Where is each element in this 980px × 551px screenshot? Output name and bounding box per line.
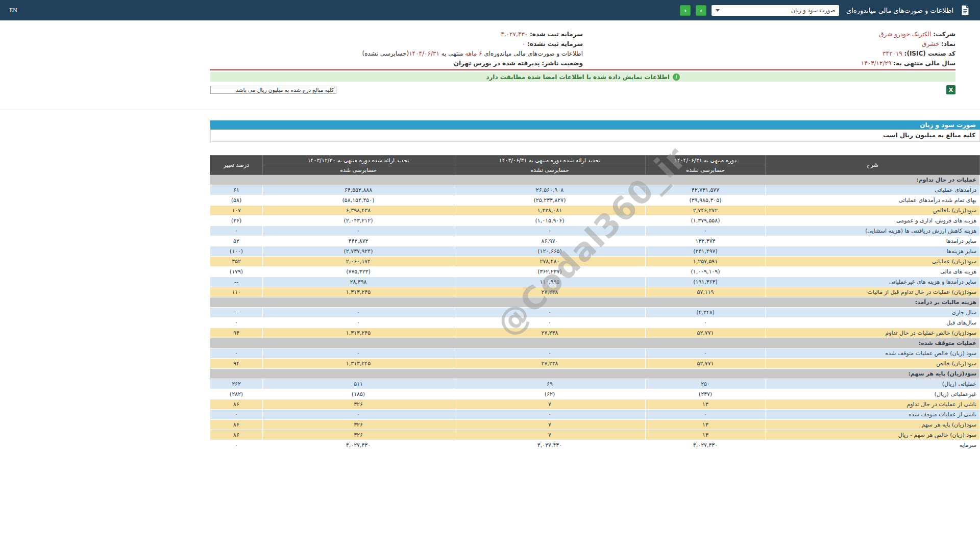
row-label: سود(زیان) عملیات در حال تداوم قبل از مال…: [766, 287, 980, 297]
row-value-prior: ۲۷۸,۴۸۰: [454, 257, 646, 267]
row-value-current: ۵۲,۷۷۱: [646, 328, 766, 338]
row-change-percent: ۳۵۲: [210, 257, 263, 267]
codal-logo-icon: [959, 4, 971, 16]
row-value-current: ۱۳: [646, 399, 766, 410]
row-change-percent: ۱۰۷: [210, 206, 263, 216]
row-value-current: (۳۹,۹۸۵,۳۰۵): [646, 195, 766, 206]
table-row: سایر هزینه‌ها(۲۴۱,۴۹۷)(۱۲۰,۶۶۵)(۲,۷۳۷,۹۲…: [210, 246, 980, 257]
row-value-prior: ۲۷,۲۳۸: [454, 359, 646, 369]
fiscal-year-label: سال مالی منتهی به:: [893, 60, 955, 67]
row-value-prior: ۰: [454, 348, 646, 359]
next-statement-button[interactable]: ›: [696, 5, 706, 16]
row-value-prior: ۰: [454, 318, 646, 328]
table-row: بهای تمام شده درآمدهای عملیاتی(۳۹,۹۸۵,۳۰…: [210, 195, 980, 206]
row-value-prior: ۰: [454, 226, 646, 236]
row-value-prior: (۱۲۰,۶۶۵): [454, 246, 646, 257]
statement-unit-note: کلیه مبالغ به میلیون ریال است: [210, 130, 980, 142]
symbol-label: نماد:: [941, 40, 955, 47]
issuer-status-value: پذیرفته شده در بورس تهران: [454, 60, 540, 67]
signature-match-banner: i اطلاعات نمایش داده شده با اطلاعات امضا…: [210, 72, 955, 82]
table-row: سود(زیان) خالص عملیات در حال تداوم۵۲,۷۷۱…: [210, 328, 980, 338]
table-row: سود (زیان) خالص عملیات متوقف شده۰۰۰۰: [210, 348, 980, 359]
banner-text: اطلاعات نمایش داده شده با اطلاعات امضا ش…: [486, 73, 670, 81]
row-value-prior: (۱,۰۱۵,۹۰۶): [454, 216, 646, 226]
row-label: هزینه های فروش، اداری و عمومی: [766, 216, 980, 226]
row-label: سرمایه: [766, 440, 980, 450]
prev-statement-button[interactable]: ‹: [680, 5, 691, 16]
row-value-annual: ۶,۳۹۸,۴۳۸: [263, 206, 454, 216]
table-row: سایر درآمدها۱۳۲,۳۷۴۸۶,۹۷۰۴۴۲,۸۷۲۵۲: [210, 236, 980, 246]
row-value-prior: ۲۶,۵۶۰,۹۰۸: [454, 185, 646, 195]
chevron-down-icon: [716, 9, 720, 12]
row-value-current: ۲,۷۴۶,۲۷۲: [646, 206, 766, 216]
excel-export-icon[interactable]: X: [946, 85, 955, 94]
table-row: ناشی از عملیات در حال تداوم۱۳۷۳۲۶۸۶: [210, 399, 980, 410]
row-value-current: ۴,۰۲۷,۴۳۰: [646, 440, 766, 450]
table-row: سال جاری(۴,۳۴۸)۰۰--: [210, 308, 980, 318]
row-label: سود(زیان) خالص عملیات در حال تداوم: [766, 328, 980, 338]
row-label: ناشی از عملیات متوقف شده: [766, 410, 980, 420]
row-value-current: ۱۳: [646, 420, 766, 430]
row-change-percent: ۱۱۰: [210, 287, 263, 297]
section-label: سود(زیان) پایه هر سهم:: [210, 369, 980, 379]
language-toggle[interactable]: EN: [9, 0, 17, 20]
row-change-percent: ۸۶: [210, 399, 263, 410]
section-label: عملیات در حال تداوم:: [210, 175, 980, 185]
row-value-annual: ۴,۰۲۷,۴۳۰: [263, 440, 454, 450]
row-value-prior: ۰: [454, 410, 646, 420]
header-period-prior: تجدید ارائه شده دوره منتهی به ۱۴۰۳/۰۶/۳۱: [454, 156, 646, 165]
top-navbar: اطلاعات و صورت‌های مالی میاندوره‌ای صورت…: [0, 0, 980, 20]
row-value-annual: (۷۷۵,۳۲۳): [263, 267, 454, 277]
info-row: کد صنعت (ISIC): ۳۴۳۰۱۹ اطلاعات و صورت‌ها…: [210, 49, 955, 59]
row-value-prior: ۲۷,۲۳۸: [454, 328, 646, 338]
subheader-unaudited-prior: حسابرسی نشده: [454, 165, 646, 175]
row-label: سود(زیان) پایه هر سهم: [766, 420, 980, 430]
row-value-current: ۵۲,۷۷۱: [646, 359, 766, 369]
row-value-annual: ۰: [263, 308, 454, 318]
header-description: شرح: [766, 156, 980, 175]
row-change-percent: ۲۶۲: [210, 379, 263, 389]
section-row: هزینه مالیات بر درآمد:: [210, 297, 980, 308]
row-value-current: (۱,۰۰۹,۱۰۹): [646, 267, 766, 277]
table-row: سایر درآمدها و هزینه های غیرعملیاتی(۱۹۱,…: [210, 277, 980, 287]
registered-capital-value: ۴,۰۲۷,۴۳۰: [501, 31, 528, 38]
row-label: سایر هزینه‌ها: [766, 246, 980, 257]
company-label: شرکت:: [933, 31, 955, 38]
row-change-percent: ۹۴: [210, 328, 263, 338]
row-value-current: ۲۵۰: [646, 379, 766, 389]
row-value-prior: (۲۵,۲۳۳,۸۲۷): [454, 195, 646, 206]
row-value-current: (۲۳۷): [646, 389, 766, 399]
isic-label: کد صنعت (ISIC):: [904, 50, 955, 57]
table-row: سود(زیان) عملیات در حال تداوم قبل از مال…: [210, 287, 980, 297]
row-value-annual: ۱,۳۱۳,۲۴۵: [263, 359, 454, 369]
row-value-prior: ۷: [454, 399, 646, 410]
issuer-status-label: وضعیت ناشر:: [542, 60, 583, 67]
row-change-percent: --: [210, 277, 263, 287]
row-label: سایر درآمدها و هزینه های غیرعملیاتی: [766, 277, 980, 287]
page-title: اطلاعات و صورت‌های مالی میاندوره‌ای: [846, 7, 953, 14]
table-row: هزینه های مالی(۱,۰۰۹,۱۰۹)(۳۶۲,۲۳۷)(۷۷۵,۳…: [210, 267, 980, 277]
row-value-current: (۱۹۱,۳۶۳): [646, 277, 766, 287]
row-value-annual: ۳۲۶: [263, 430, 454, 440]
row-change-percent: ۸۶: [210, 420, 263, 430]
section-divider: [0, 110, 980, 110]
unregistered-capital-value: ۰: [522, 40, 525, 47]
row-value-annual: (۲,۰۴۳,۲۱۲): [263, 216, 454, 226]
row-value-current: ۱۳۲,۳۷۴: [646, 236, 766, 246]
row-change-percent: ۰: [210, 348, 263, 359]
row-value-current: ۵۷,۱۱۹: [646, 287, 766, 297]
statement-select[interactable]: صورت سود و زیان: [712, 5, 839, 16]
row-label: سود(زیان) خالص: [766, 359, 980, 369]
row-value-current: ۰: [646, 318, 766, 328]
table-header: شرح دوره منتهی به ۱۴۰۴/۰۶/۳۱ تجدید ارائه…: [210, 156, 980, 175]
table-row: سود(زیان) خالص۵۲,۷۷۱۲۷,۲۳۸۱,۳۱۳,۲۴۵۹۴: [210, 359, 980, 369]
table-row: سود(زیان) عملیاتی۱,۲۵۷,۵۹۱۲۷۸,۴۸۰۲,۰۶۰,۱…: [210, 257, 980, 267]
tools-row: X کلیه مبالغ درج شده به میلیون ریال می ب…: [210, 85, 955, 94]
section-row: عملیات متوقف شده:: [210, 338, 980, 348]
row-label: درآمدهای عملیاتی: [766, 185, 980, 195]
row-value-current: ۱,۲۵۷,۵۹۱: [646, 257, 766, 267]
row-label: سود (زیان) خالص هر سهم - ریال: [766, 430, 980, 440]
info-row: سال مالی منتهی به: ۱۴۰۴/۱۲/۲۹ وضعیت ناشر…: [210, 59, 955, 68]
company-value: الکتریک خودرو شرق: [879, 31, 931, 38]
row-value-current: ۱۳: [646, 430, 766, 440]
